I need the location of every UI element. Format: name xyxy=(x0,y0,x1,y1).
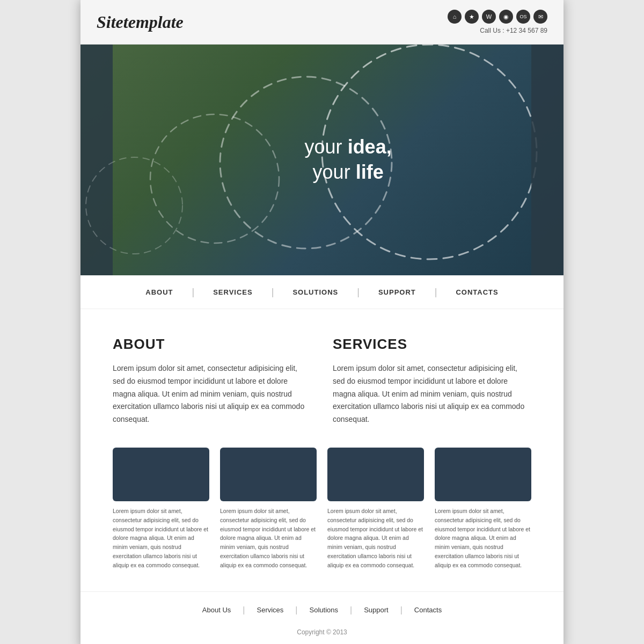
header: Sitetemplate ⌂ ★ W ◉ OS ✉ Call Us : +12 … xyxy=(80,0,564,45)
thumbnail-item-2: Lorem ipsum dolor sit amet, consectetur … xyxy=(220,448,317,570)
footer-nav-about-us[interactable]: About Us xyxy=(191,606,243,614)
circle-icon[interactable]: ◉ xyxy=(499,10,513,24)
services-block: SERVICES Lorem ipsum dolor sit amet, con… xyxy=(333,336,531,426)
thumbnail-text-4: Lorem ipsum dolor sit amet, consectetur … xyxy=(435,507,531,570)
footer-nav-solutions[interactable]: Solutions xyxy=(298,606,350,614)
services-title: SERVICES xyxy=(333,336,531,353)
mail-icon[interactable]: ✉ xyxy=(533,10,547,24)
thumbnail-box-1 xyxy=(113,448,209,501)
nav-support[interactable]: SUPPORT xyxy=(360,288,435,296)
hero-section: your idea, your life xyxy=(80,45,564,275)
hero-text: your idea, your life xyxy=(305,135,392,185)
svg-point-2 xyxy=(150,114,279,243)
content-grid: ABOUT Lorem ipsum dolor sit amet, consec… xyxy=(113,336,531,426)
thumbnail-box-4 xyxy=(435,448,531,501)
main-nav: ABOUT | SERVICES | SOLUTIONS | SUPPORT |… xyxy=(80,275,564,309)
hero-line2-bold: life xyxy=(356,161,384,183)
w-icon[interactable]: W xyxy=(482,10,496,24)
about-text: Lorem ipsum dolor sit amet, consectetur … xyxy=(113,362,311,426)
thumbnail-text-1: Lorem ipsum dolor sit amet, consectetur … xyxy=(113,507,209,570)
about-block: ABOUT Lorem ipsum dolor sit amet, consec… xyxy=(113,336,311,426)
services-text: Lorem ipsum dolor sit amet, consectetur … xyxy=(333,362,531,426)
svg-point-3 xyxy=(86,157,182,254)
footer-nav: About Us | Services | Solutions | Suppor… xyxy=(80,591,564,623)
header-icons: ⌂ ★ W ◉ OS ✉ xyxy=(448,10,547,24)
hero-line1-bold: idea, xyxy=(348,136,392,158)
nav-about[interactable]: ABOUT xyxy=(127,288,192,296)
nav-solutions[interactable]: SOLUTIONS xyxy=(274,288,357,296)
thumbnail-text-3: Lorem ipsum dolor sit amet, consectetur … xyxy=(327,507,424,570)
footer-nav-services[interactable]: Services xyxy=(245,606,295,614)
thumbnail-item-3: Lorem ipsum dolor sit amet, consectetur … xyxy=(327,448,424,570)
about-title: ABOUT xyxy=(113,336,311,353)
thumbnail-item-4: Lorem ipsum dolor sit amet, consectetur … xyxy=(435,448,531,570)
header-right: ⌂ ★ W ◉ OS ✉ Call Us : +12 34 567 89 xyxy=(448,10,547,34)
os-icon[interactable]: OS xyxy=(516,10,530,24)
call-us: Call Us : +12 34 567 89 xyxy=(480,27,547,34)
hero-line1-normal: your xyxy=(305,136,348,158)
nav-services[interactable]: SERVICES xyxy=(194,288,272,296)
star-icon[interactable]: ★ xyxy=(465,10,479,24)
thumbnail-box-3 xyxy=(327,448,424,501)
footer-nav-support[interactable]: Support xyxy=(352,606,400,614)
page-wrapper: Sitetemplate ⌂ ★ W ◉ OS ✉ Call Us : +12 … xyxy=(80,0,564,644)
copyright: Copyright © 2013 xyxy=(80,623,564,644)
nav-contacts[interactable]: CONTACTS xyxy=(437,288,517,296)
thumbnail-grid: Lorem ipsum dolor sit amet, consectetur … xyxy=(113,448,531,570)
footer-nav-contacts[interactable]: Contacts xyxy=(402,606,453,614)
hero-line2-normal: your xyxy=(313,161,356,183)
thumbnail-item-1: Lorem ipsum dolor sit amet, consectetur … xyxy=(113,448,209,570)
thumbnail-text-2: Lorem ipsum dolor sit amet, consectetur … xyxy=(220,507,317,570)
home-icon[interactable]: ⌂ xyxy=(448,10,462,24)
thumbnail-box-2 xyxy=(220,448,317,501)
content-section: ABOUT Lorem ipsum dolor sit amet, consec… xyxy=(80,309,564,591)
logo: Sitetemplate xyxy=(97,12,184,32)
